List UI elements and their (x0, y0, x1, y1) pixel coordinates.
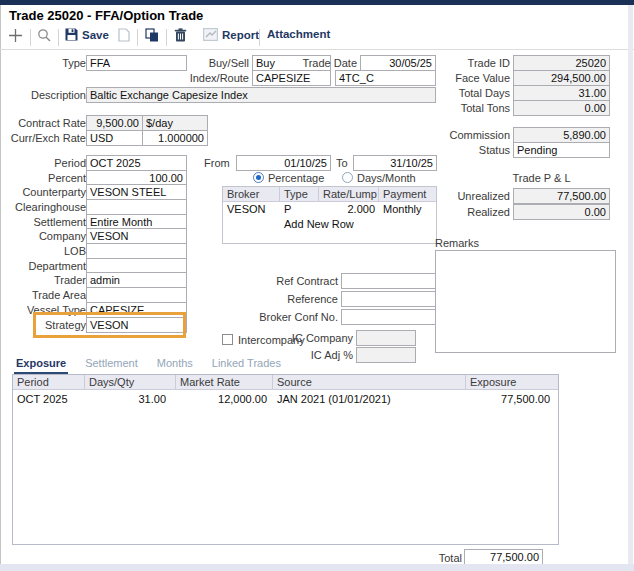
tab-linked-trades[interactable]: Linked Trades (210, 357, 283, 374)
broker-col-header[interactable]: Broker (223, 187, 280, 201)
exposure-table-row[interactable]: OCT 2025 31.00 12,000.00 JAN 2021 (01/01… (13, 392, 558, 407)
copy-icon (145, 28, 159, 42)
percentage-radio[interactable] (253, 172, 264, 183)
company-field[interactable]: VESON (86, 228, 187, 244)
plus-icon (8, 28, 23, 43)
broker-table-header: Broker Type Rate/Lump Payment (223, 187, 436, 202)
broker-rate-cell[interactable]: 2.000 (319, 202, 379, 217)
reference-field[interactable] (341, 291, 437, 307)
broker-table-row[interactable]: VESON P 2.000 Monthly (223, 202, 436, 217)
route-field[interactable]: 4TC_C (335, 70, 436, 86)
exch-rate-field[interactable]: 1.000000 (142, 130, 208, 146)
exposure-market-rate-cell[interactable]: 12,000.00 (176, 392, 273, 407)
status-field[interactable]: Pending (513, 142, 610, 158)
bottom-strip (0, 564, 634, 571)
new-button[interactable] (8, 28, 23, 43)
delete-button[interactable] (174, 28, 187, 42)
company-label: Company (6, 230, 86, 243)
save-label: Save (82, 29, 109, 41)
strategy-highlight (33, 312, 186, 338)
period-field[interactable]: OCT 2025 (86, 155, 187, 171)
contract-rate-label: Contract Rate (6, 117, 86, 130)
currency-field[interactable]: USD (86, 130, 143, 146)
add-new-row-link[interactable]: Add New Row (280, 217, 400, 232)
tab-months[interactable]: Months (155, 357, 195, 374)
market-rate-col-header[interactable]: Market Rate (176, 375, 273, 389)
trade-id-label: Trade ID (428, 57, 510, 70)
broker-cell[interactable]: VESON (223, 202, 280, 217)
exposure-table-header: Period Days/Qty Market Rate Source Expos… (13, 375, 558, 390)
trade-area-field[interactable] (86, 287, 187, 303)
clearinghouse-label: Clearinghouse (6, 201, 86, 214)
settlement-label: Settlement (6, 216, 86, 229)
type-label: Type (6, 57, 86, 70)
exposure-days-cell[interactable]: 31.00 (85, 392, 176, 407)
trash-icon (174, 28, 187, 42)
trader-label: Trader (6, 274, 86, 287)
trader-field[interactable]: admin (86, 272, 187, 288)
from-field[interactable]: 01/10/25 (236, 155, 331, 171)
rate-lump-col-header[interactable]: Rate/Lump (319, 187, 379, 201)
toolbar-separator (259, 29, 260, 46)
broker-conf-no-label: Broker Conf No. (258, 311, 338, 324)
counterparty-field[interactable]: VESON STEEL (86, 184, 187, 200)
report-button[interactable]: Report (203, 28, 259, 41)
curr-exch-rate-label: Curr/Exch Rate (6, 132, 86, 145)
search-button[interactable] (37, 28, 52, 43)
window-left-border (0, 5, 1, 571)
index-field[interactable]: CAPESIZE (252, 70, 331, 86)
total-tons-field: 0.00 (513, 100, 610, 116)
remarks-label: Remarks (435, 237, 495, 250)
contract-rate-unit: $/day (142, 115, 208, 131)
lob-label: LOB (6, 245, 86, 258)
tab-settlement[interactable]: Settlement (83, 357, 140, 374)
exposure-amount-cell[interactable]: 77,500.00 (466, 392, 558, 407)
exposure-period-cell[interactable]: OCT 2025 (13, 392, 85, 407)
trade-pnl-title: Trade P & L (473, 172, 610, 184)
total-days-field: 31.00 (513, 85, 610, 101)
exposure-table: Period Days/Qty Market Rate Source Expos… (12, 374, 559, 545)
save-button[interactable]: Save (65, 28, 109, 41)
days-month-radio-label[interactable]: Days/Month (357, 172, 427, 185)
trade-id-field: 25020 (513, 55, 610, 71)
period-col-header[interactable]: Period (13, 375, 85, 389)
save-icon (65, 28, 78, 41)
commission-label: Commission (428, 129, 510, 142)
trade-date-label: Trade Date (300, 57, 357, 70)
exposure-col-header[interactable]: Exposure (466, 375, 558, 389)
search-icon (37, 28, 52, 43)
ic-adj-field (356, 347, 416, 363)
commission-field: 5,890.00 (513, 127, 610, 143)
broker-type-cell[interactable]: P (280, 202, 319, 217)
total-tons-label: Total Tons (428, 102, 510, 115)
broker-conf-no-field[interactable] (341, 309, 437, 325)
to-field[interactable]: 31/10/25 (353, 155, 437, 171)
blank-document-icon (118, 28, 130, 42)
right-scroll-strip[interactable] (628, 5, 633, 564)
toolbar-separator (58, 29, 59, 46)
remarks-field[interactable] (435, 250, 616, 353)
type-field[interactable]: FFA (86, 55, 187, 71)
attachment-button[interactable]: Attachment (267, 28, 330, 40)
lob-field[interactable] (86, 243, 187, 259)
realized-field: 0.00 (513, 204, 610, 220)
clearinghouse-field[interactable] (86, 199, 187, 215)
description-label: Description (6, 89, 86, 102)
days-qty-col-header[interactable]: Days/Qty (85, 375, 176, 389)
days-month-radio[interactable] (342, 172, 353, 183)
status-label: Status (428, 144, 510, 157)
percentage-radio-label[interactable]: Percentage (268, 172, 330, 185)
to-label: To (336, 157, 352, 170)
trade-date-field[interactable]: 30/05/25 (360, 55, 436, 71)
toolbar-separator (137, 29, 138, 46)
copy-button[interactable] (145, 28, 159, 42)
counterparty-label: Counterparty (6, 186, 86, 199)
type-col-header[interactable]: Type (280, 187, 319, 201)
ref-contract-field[interactable] (341, 273, 437, 289)
exposure-source-cell[interactable]: JAN 2021 (01/01/2021) (273, 392, 466, 407)
source-col-header[interactable]: Source (273, 375, 466, 389)
intercompany-checkbox[interactable] (222, 334, 233, 345)
face-value-label: Face Value (428, 72, 510, 85)
new-document-button[interactable] (118, 28, 130, 42)
tab-exposure[interactable]: Exposure (14, 357, 68, 374)
